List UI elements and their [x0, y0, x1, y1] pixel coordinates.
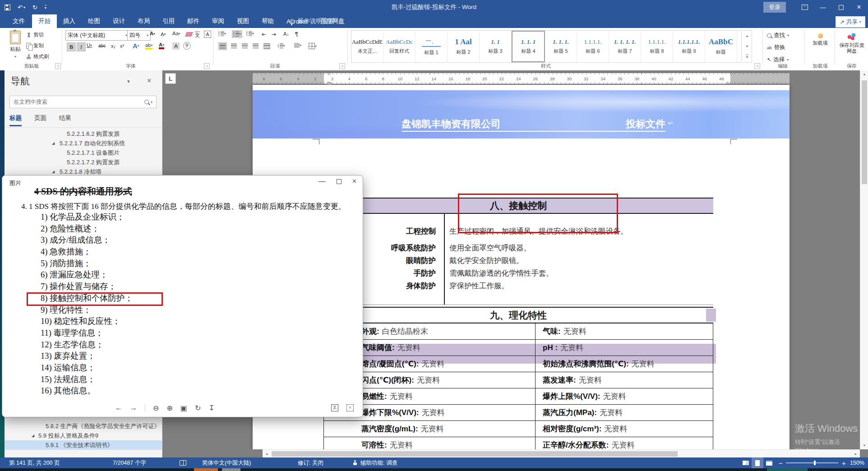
strikethrough-button[interactable]: abc [98, 43, 106, 48]
ribbon-tab[interactable]: 邮件 [181, 14, 206, 28]
ribbon-display-options-button[interactable]: ^ [796, 0, 814, 14]
character-border-button[interactable]: A [204, 31, 211, 38]
image-to-text-icon[interactable]: 文 [331, 404, 338, 411]
vertical-scrollbar[interactable]: ▲ ▼ [860, 70, 868, 449]
dialog-launcher-icon[interactable]: ↘ [339, 63, 345, 69]
nav-heading-item[interactable]: 5.2.2.1.7.1 设备图片 [5, 148, 162, 157]
align-center-button[interactable] [231, 43, 237, 48]
scroll-down-icon[interactable]: ▼ [860, 442, 868, 449]
next-image-icon[interactable]: → [130, 404, 137, 412]
zoom-slider-thumb[interactable] [814, 461, 816, 465]
proofing-status-button[interactable] [180, 457, 186, 468]
replace-button[interactable]: ab替换 [767, 44, 785, 51]
language-indicator[interactable]: 简体中文(中国大陆) [202, 457, 251, 468]
multilevel-list-button[interactable]: ▾ [246, 31, 254, 36]
style-card[interactable]: 1. 1. 1. 标题 5 [545, 31, 577, 62]
shading-button[interactable]: ▾ [294, 43, 301, 48]
search-button[interactable]: ▾ [144, 100, 156, 104]
align-left-button[interactable] [218, 42, 227, 50]
highlight-color-button[interactable]: ab▾ [145, 42, 152, 50]
print-layout-button[interactable] [752, 457, 763, 468]
download-icon[interactable]: ↧ [208, 404, 214, 412]
scroll-left-icon[interactable]: ◄ [263, 450, 271, 458]
redo-button[interactable]: ↻ [32, 4, 37, 11]
nav-heading-item[interactable]: 5.2.2.1.6.2 购置发票 [5, 129, 162, 139]
expand-triangle-icon[interactable]: ◢ [52, 139, 55, 148]
bold-button[interactable]: B [67, 42, 76, 51]
minimize-button[interactable]: — [814, 0, 832, 14]
ribbon-tab[interactable]: 设计 [106, 14, 131, 28]
bullets-button[interactable]: ▾ [218, 31, 226, 36]
enclose-characters-button[interactable]: 字 [183, 42, 191, 50]
close-button[interactable]: × [850, 0, 868, 14]
text-effects-button[interactable]: A▾ [133, 42, 139, 50]
subscript-button[interactable]: x₂ [111, 43, 115, 49]
dialog-launcher-icon[interactable]: ↘ [754, 63, 760, 69]
ribbon-tab[interactable]: 引用 [156, 14, 181, 28]
ribbon-tab[interactable]: 插入 [57, 14, 82, 28]
tell-me-search[interactable]: 操作说明搜索 [285, 14, 339, 28]
ribbon-tab[interactable]: 文件 [5, 14, 32, 28]
horizontal-scrollbar[interactable]: ◄ ► [263, 449, 860, 457]
zoom-in-icon[interactable]: ⊕ [166, 404, 172, 412]
style-card[interactable]: 1.1.1.1. 标题 6 [577, 31, 609, 62]
borders-button[interactable]: ▾ [309, 43, 317, 49]
format-painter-button[interactable]: 格式刷 [26, 53, 49, 60]
phonetic-guide-button[interactable]: wén文 [195, 30, 200, 37]
style-card[interactable]: AaBbCcDdE 本文正... [351, 31, 383, 62]
font-size-combo[interactable]: 四号▾ [127, 30, 151, 41]
ribbon-tab[interactable]: 审阅 [206, 14, 231, 28]
rotate-icon[interactable]: ↻ [195, 404, 201, 412]
customize-qat-button[interactable]: ▾ [45, 5, 46, 10]
style-card[interactable]: AaBbCcDc 回复样式 [383, 31, 416, 62]
dialog-launcher-icon[interactable]: ↘ [55, 63, 61, 69]
restore-button[interactable] [832, 0, 850, 14]
accessibility-checker[interactable]: 辅助功能: 调查 [352, 457, 397, 468]
expand-triangle-icon[interactable]: ◢ [32, 431, 34, 440]
addins-button[interactable]: 加载项 [808, 33, 833, 46]
web-layout-button[interactable] [763, 457, 775, 468]
save-button[interactable] [5, 5, 10, 10]
chevron-down-icon[interactable]: ▾ [127, 78, 130, 84]
sort-button[interactable]: A↓ [283, 31, 289, 37]
find-button[interactable]: 查找▾ [767, 32, 789, 39]
share-button[interactable]: ↗ 共享 ▾ [836, 16, 865, 28]
close-button[interactable]: × [352, 177, 356, 185]
change-case-button[interactable]: Aa▾ [172, 31, 180, 36]
nav-heading-item[interactable]: ◢5.2.2.1.7 自动化控制系统 [5, 139, 162, 148]
style-card[interactable]: 1.1.1.1.1. 标题 9 [673, 31, 705, 62]
scroll-right-icon[interactable]: ► [852, 450, 860, 458]
nav-tab[interactable]: 结果 [59, 114, 71, 126]
nav-tab[interactable]: 标题 [9, 114, 22, 126]
login-button[interactable]: 登录 [763, 2, 786, 13]
right-indent-marker[interactable] [725, 79, 730, 84]
first-line-indent-marker[interactable] [327, 73, 331, 78]
style-card[interactable]: AaBbC 标题 [705, 31, 737, 62]
zoom-slider[interactable] [786, 462, 838, 463]
zoom-in-button[interactable]: + [842, 457, 846, 468]
undo-button[interactable]: ↶▾ [18, 4, 25, 11]
style-card[interactable]: 1 Aal 标题 2 [448, 31, 480, 62]
align-right-button[interactable] [242, 43, 248, 48]
scrollbar-thumb[interactable] [272, 451, 678, 457]
underline-button[interactable]: U▾ [87, 42, 92, 48]
page-indicator[interactable]: 第 141 页, 共 200 页 [9, 457, 60, 468]
font-name-combo[interactable]: 宋体 (中文标题)▾ [65, 30, 129, 41]
paste-button[interactable]: 粘贴 ▾ [6, 31, 24, 60]
distribute-button[interactable] [263, 43, 270, 49]
word-count[interactable]: 7/20487 个字 [113, 457, 146, 468]
show-marks-button[interactable]: ¶ [295, 31, 298, 37]
minimize-button[interactable]: — [319, 177, 326, 185]
ribbon-tab[interactable]: 绘图 [82, 14, 106, 28]
read-mode-button[interactable] [740, 457, 752, 468]
clear-formatting-button[interactable] [186, 32, 192, 37]
character-shading-button[interactable]: A [172, 42, 180, 50]
zoom-out-icon[interactable]: ⊖ [153, 404, 159, 412]
fit-to-window-icon[interactable]: ▣ [180, 404, 187, 412]
style-card[interactable]: 1.1.1.1. 标题 8 [641, 31, 673, 62]
line-spacing-button[interactable]: ↕▾ [277, 43, 285, 48]
ribbon-tab[interactable]: 开始 [32, 14, 57, 28]
copy-button[interactable]: 复制 [26, 42, 44, 49]
scrollbar-thumb[interactable] [862, 80, 867, 184]
nav-tab[interactable]: 页面 [34, 114, 46, 126]
